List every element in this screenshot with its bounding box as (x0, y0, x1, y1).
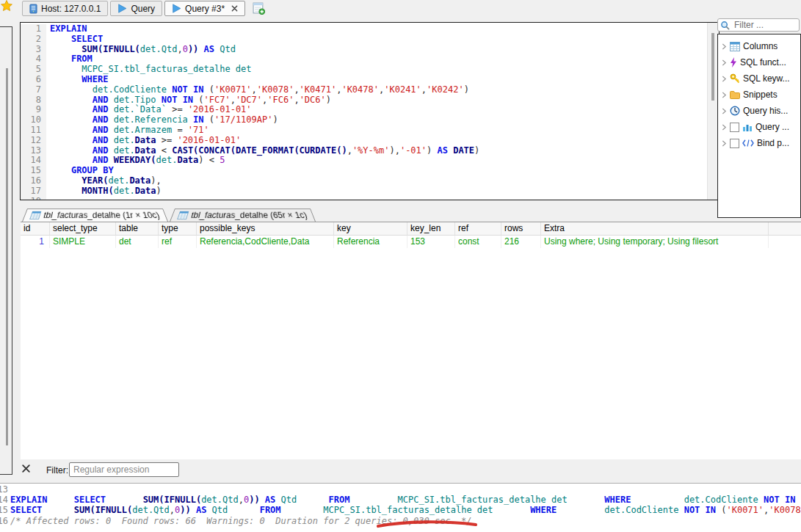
code-text: MONTH(det.Data) (46, 186, 162, 197)
grid-header-cell[interactable]: key (334, 222, 407, 235)
code-token: SUM( (81, 44, 103, 54)
code-token: SELECT (10, 505, 42, 515)
query-log[interactable]: 1314EXPLAIN SELECT SUM(IFNULL(det.Qtd,0)… (0, 483, 801, 532)
sidebar-item-label: Snippets (743, 90, 778, 100)
sidebar-item-snippets[interactable]: Snippets (718, 87, 800, 103)
code-token: WEEKDAY( (114, 155, 156, 165)
code-token: IFNULL( (95, 505, 133, 515)
code-token: ) (272, 114, 278, 125)
code-token: ) < (198, 155, 220, 165)
code-token (106, 495, 143, 505)
sidebar-item-label: Query his... (743, 106, 788, 116)
line-number: 12 (21, 136, 46, 146)
code-token (631, 495, 684, 505)
results-tab[interactable]: tbl_facturas_detalhe (1r × 10c) (22, 208, 168, 222)
code-token: MCPC_SI.tbl_facturas_detalhe det (398, 495, 568, 505)
item-checkbox[interactable] (730, 123, 739, 132)
code-token: ( (795, 495, 801, 505)
sidebar-item-sql-funct[interactable]: SQL funct... (718, 54, 800, 70)
grid-header-cell[interactable]: Extra (541, 222, 769, 235)
grid-header-cell[interactable]: ref (455, 222, 501, 235)
code-token: FROM (260, 505, 281, 515)
code-token: )) (188, 44, 198, 54)
close-filter-icon[interactable] (21, 464, 31, 474)
code-line: 18 (21, 197, 707, 200)
code-token: >= (156, 135, 178, 145)
code-token: ) (326, 95, 331, 105)
code-token (50, 44, 81, 54)
grid-header-cell[interactable]: key_len (407, 222, 455, 235)
code-token: det.Tipo (114, 95, 162, 105)
code-token: 'DC7' (236, 95, 262, 105)
code-token (42, 505, 73, 515)
code-token: , (421, 84, 427, 95)
sql-code-area[interactable]: 1EXPLAIN2 SELECT3 SUM(IFNULL(det.Qtd,0))… (21, 24, 707, 200)
grid-header-cell[interactable]: table (116, 222, 159, 235)
sidebar-item-query[interactable]: Query ... (718, 119, 800, 135)
code-token: det.`Data` (114, 104, 172, 114)
query-tab[interactable]: Query (110, 1, 162, 16)
editor-scrollbar-thumb[interactable] (711, 33, 714, 101)
sidebar-item-columns[interactable]: Columns (718, 38, 800, 54)
grid-header-cell[interactable]: select_type (50, 222, 116, 235)
code-token: '2016-01-01' (188, 104, 252, 114)
sidebar-item-query-his[interactable]: Query his... (718, 103, 800, 119)
grid-header-cell[interactable]: possible_keys (197, 222, 334, 235)
results-tab-label: tbl_facturas_detalhe (65r × 1c) (190, 211, 309, 220)
search-icon (720, 21, 730, 30)
code-text: GROUP BY (46, 166, 114, 176)
code-token (198, 44, 203, 54)
code-token (50, 114, 93, 125)
code-token: CONCAT( (198, 145, 236, 156)
table-row[interactable]: 1SIMPLEdetrefReferencia,CodCliente,DataR… (21, 236, 801, 248)
code-line: 14 AND WEEKDAY(det.Data) < 5 (21, 156, 707, 166)
grid-header-cell[interactable]: id (21, 222, 50, 235)
grid-header-cell[interactable]: rows (501, 222, 541, 235)
grid-header-cell[interactable]: type (159, 222, 197, 235)
code-token: , (177, 44, 182, 54)
log-line-number: 16 (0, 516, 8, 526)
code-token: 0 (183, 44, 188, 54)
sidebar-filter-box[interactable] (717, 18, 800, 32)
log-line-text (8, 484, 10, 495)
code-token: ) (427, 145, 437, 156)
close-tab-icon[interactable] (231, 5, 238, 12)
host-server-icon (29, 4, 37, 14)
code-line: 13 AND det.Data < CAST(CONCAT(DATE_FORMA… (21, 146, 707, 156)
code-token: 'K0071' (214, 84, 252, 95)
results-tab-bar: tbl_facturas_detalhe (1r × 10c)tbl_factu… (22, 208, 316, 222)
code-token: 5 (220, 155, 225, 165)
query-tab[interactable]: Query #3* (164, 1, 245, 16)
sidebar-item-label: SQL funct... (740, 57, 786, 68)
sidebar-item-bind-p[interactable]: Bind p... (718, 135, 800, 151)
grid-filter-input[interactable] (69, 462, 179, 477)
item-checkbox[interactable] (730, 139, 739, 148)
log-line-number-text: 14 (0, 495, 8, 505)
grid-cell: Using where; Using temporary; Using file… (541, 236, 769, 248)
code-text: EXPLAIN (46, 24, 87, 34)
star-icon[interactable] (1, 0, 12, 12)
sidebar-item-sql-keyw[interactable]: SQL keyw... (718, 70, 800, 87)
sql-editor[interactable]: 1EXPLAIN2 SELECT3 SUM(IFNULL(det.Qtd,0))… (20, 22, 720, 200)
line-number: 9 (21, 105, 46, 115)
code-token: det.Armazem (114, 125, 178, 135)
query-play-icon (172, 4, 181, 13)
top-tab-bar: Host: 127.0.0.1QueryQuery #3* (22, 1, 265, 16)
code-token: , (294, 84, 299, 95)
log-line-number: 14 (0, 495, 8, 505)
code-token: DATE (453, 145, 474, 156)
code-token (50, 165, 71, 175)
left-panel-scrollbar[interactable] (6, 68, 8, 445)
code-token: ( (204, 114, 214, 125)
code-token (50, 74, 81, 84)
code-token: 'FC7' (204, 95, 231, 105)
code-token: 'K0242' (427, 84, 464, 95)
helpers-tree: ColumnsSQL funct...SQL keyw...SnippetsQu… (717, 34, 801, 218)
new-query-tab-button[interactable] (253, 2, 265, 15)
sidebar-filter-input[interactable] (733, 19, 794, 31)
results-tab[interactable]: tbl_facturas_detalhe (65r × 1c) (170, 208, 316, 222)
line-number: 3 (21, 45, 46, 55)
query-tab[interactable]: Host: 127.0.0.1 (22, 1, 108, 16)
code-line: 9 AND det.`Data` >= '2016-01-01' (21, 105, 707, 115)
code-token: MCPC_SI.tbl_facturas_detalhe det (323, 505, 493, 515)
